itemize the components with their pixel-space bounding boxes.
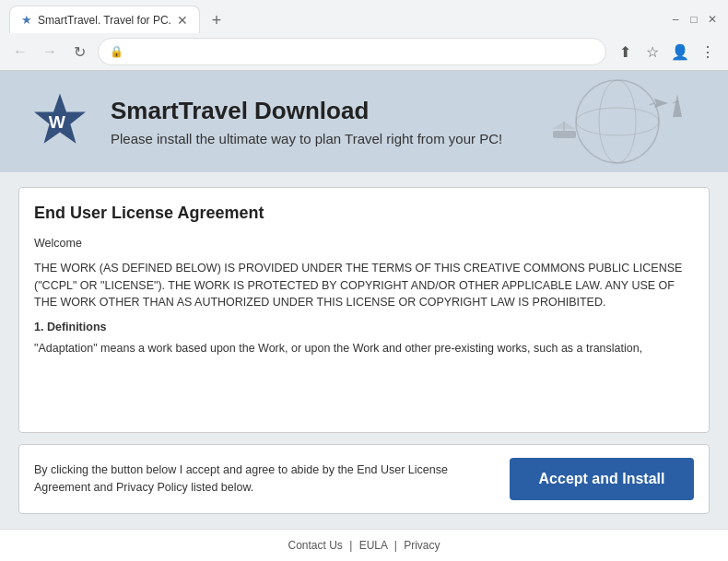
svg-rect-7 [553,131,576,138]
page-footer: Contact Us | EULA | Privacy [0,529,728,561]
eula-section1-title: 1. Definitions [34,319,694,336]
lock-icon: 🔒 [110,45,123,58]
hero-banner: W SmartTravel Download Please install th… [0,71,728,172]
footer-separator-1: | [349,539,352,552]
smarttravel-logo: W [28,89,92,154]
svg-point-3 [599,80,636,163]
eula-box: End User License Agreement Welcome THE W… [18,187,710,433]
window-controls: – □ ✕ [669,13,719,26]
minimize-button[interactable]: – [669,13,682,26]
tab-favicon: ★ [21,13,32,27]
eula-welcome: Welcome [34,235,694,252]
eula-scroll-area[interactable]: End User License Agreement Welcome THE W… [19,188,709,432]
svg-line-11 [650,103,654,105]
page-content: W SmartTravel Download Please install th… [0,71,728,561]
main-area: End User License Agreement Welcome THE W… [0,172,728,529]
tab-close-button[interactable]: ✕ [177,13,188,28]
tab-title: SmartTravel. Travel for PC. [38,14,171,27]
address-bar-row: ← → ↻ 🔒 ⬆ ☆ 👤 ⋮ [0,33,728,70]
browser-tab[interactable]: ★ SmartTravel. Travel for PC. ✕ [9,6,200,33]
svg-marker-5 [673,94,682,117]
eula-body1: THE WORK (AS DEFINED BELOW) IS PROVIDED … [34,260,694,311]
share-icon[interactable]: ⬆ [614,41,636,63]
contact-us-link[interactable]: Contact Us [288,539,342,552]
bottom-section: By clicking the button below I accept an… [18,444,710,514]
world-illustration [525,76,710,168]
title-bar: ★ SmartTravel. Travel for PC. ✕ + – □ ✕ [0,0,728,33]
back-button[interactable]: ← [9,41,31,63]
eula-section1-text: "Adaptation" means a work based upon the… [34,340,694,357]
hero-title: SmartTravel Download [111,97,502,125]
eula-link[interactable]: EULA [359,539,388,552]
svg-marker-9 [552,122,576,129]
bottom-text: By clicking the button below I accept an… [34,462,495,497]
bookmark-icon[interactable]: ☆ [641,41,663,63]
tab-bar: ★ SmartTravel. Travel for PC. ✕ + [9,6,669,33]
forward-button[interactable]: → [39,41,61,63]
svg-marker-10 [654,99,668,108]
accept-install-button[interactable]: Accept and Install [510,458,694,500]
close-button[interactable]: ✕ [706,13,719,26]
hero-subtitle: Please install the ultimate way to plan … [111,131,502,146]
maximize-button[interactable]: □ [687,13,700,26]
svg-point-2 [576,80,659,163]
new-tab-button[interactable]: + [204,7,229,33]
browser-chrome: ★ SmartTravel. Travel for PC. ✕ + – □ ✕ … [0,0,728,71]
address-bar[interactable]: 🔒 [98,38,606,65]
toolbar-right: ⬆ ☆ 👤 ⋮ [614,41,719,63]
footer-separator-2: | [394,539,397,552]
privacy-link[interactable]: Privacy [404,539,440,552]
refresh-button[interactable]: ↻ [68,41,90,63]
svg-text:W: W [49,112,66,132]
menu-icon[interactable]: ⋮ [697,41,719,63]
hero-text: SmartTravel Download Please install the … [111,97,502,146]
profile-icon[interactable]: 👤 [669,41,691,63]
svg-point-4 [576,108,659,135]
eula-heading: End User License Agreement [34,201,694,226]
